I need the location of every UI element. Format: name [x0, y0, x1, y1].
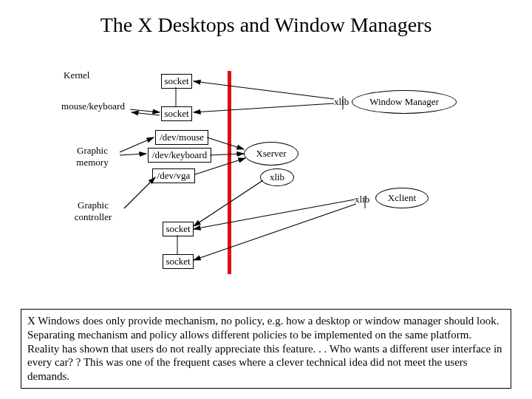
box-dev-vga: /dev/vga	[152, 168, 195, 183]
node-window-manager: Window Manager	[352, 90, 457, 114]
svg-line-6	[120, 154, 146, 155]
kernel-user-boundary	[228, 71, 231, 274]
label-xlib-client: xlib	[355, 194, 369, 205]
node-xclient: Xclient	[375, 188, 429, 208]
svg-line-3	[130, 109, 160, 112]
label-xlib-under-xserver: xlib	[270, 171, 284, 183]
svg-line-4	[132, 112, 160, 115]
node-xserver: Xserver	[244, 142, 299, 166]
label-kernel: Kernel	[64, 69, 89, 81]
svg-line-7	[207, 137, 244, 149]
svg-line-10	[124, 177, 155, 208]
svg-line-8	[210, 154, 244, 155]
box-socket-1: socket	[161, 74, 192, 89]
label-graphic-memory: Graphic memory	[66, 145, 118, 168]
box-socket-2: socket	[161, 106, 192, 121]
box-socket-4: socket	[163, 254, 194, 269]
explanation-paragraph: X Windows does only provide mechanism, n…	[21, 309, 511, 389]
node-xlib-under-xserver: xlib	[260, 168, 294, 186]
label-graphic-controller: Graphic controller	[64, 200, 123, 223]
box-dev-mouse: /dev/mouse	[155, 130, 208, 145]
svg-line-1	[194, 103, 334, 112]
label-xlib-wm: xlib	[334, 96, 349, 108]
box-dev-keyboard: /dev/keyboard	[148, 148, 211, 163]
box-socket-3: socket	[163, 222, 194, 236]
svg-line-13	[194, 204, 356, 260]
label-mouse-keyboard: mouse/keyboard	[56, 100, 130, 112]
page-title: The X Desktops and Window Managers	[0, 13, 532, 37]
svg-line-12	[194, 200, 355, 229]
svg-line-0	[194, 81, 334, 99]
